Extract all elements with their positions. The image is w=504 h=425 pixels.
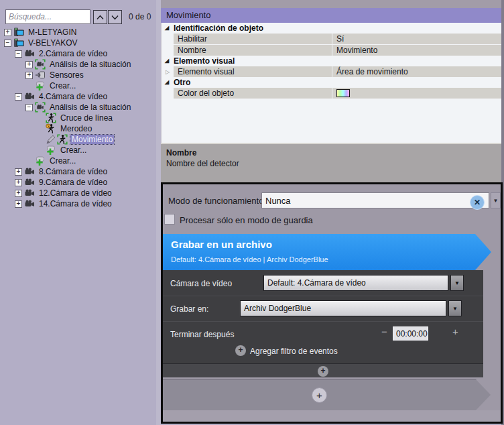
expander-icon[interactable]: + [15, 200, 22, 208]
tree-item-situation-analysis-2[interactable]: + Análisis de la situación [0, 59, 156, 70]
properties-title: Movimiento [161, 8, 501, 23]
tree-item-sensors[interactable]: + Sensores [0, 70, 156, 80]
camera-field-label: Cámara de vídeo [170, 279, 232, 288]
tree-item-label: Cruce de línea [59, 113, 114, 123]
search-prev-button[interactable] [93, 10, 107, 24]
tree-item-camera-4[interactable]: − 4.Cámara de vídeo [0, 91, 156, 102]
tree-item-create-analysis[interactable]: Crear... [0, 145, 156, 156]
tree-item-host-m-letyagin[interactable]: + M-LETYAGIN [0, 27, 156, 38]
top-strip [161, 0, 504, 8]
group-collapse-icon[interactable]: ◢ [165, 25, 174, 31]
plus-icon[interactable]: + [312, 387, 327, 403]
expander-icon[interactable]: − [4, 40, 11, 47]
operation-mode-select[interactable]: Nunca [261, 192, 489, 208]
dropdown-arrow-icon[interactable]: ▼ [448, 300, 462, 316]
add-filter-icon[interactable]: + [235, 345, 246, 356]
property-value[interactable]: Sí [332, 34, 501, 44]
tree-item-loitering[interactable]: Merodeo [0, 123, 156, 134]
guard-mode-checkbox[interactable] [164, 214, 175, 225]
camera-select[interactable]: Default: 4.Cámara de vídeo [263, 275, 448, 291]
action-settings: Cámara de vídeo Default: 4.Cámara de víd… [163, 270, 483, 363]
pencil-icon [46, 134, 56, 145]
minus-icon[interactable]: − [381, 326, 387, 337]
property-value[interactable]: Área de movimiento [332, 66, 501, 77]
tree-item-label: V-BELYAKOV [27, 38, 79, 48]
tree-item-camera-8[interactable]: + 8.Cámara de vídeo [0, 166, 156, 177]
search-counter: 0 de 0 [129, 12, 151, 21]
dropdown-arrow-icon[interactable]: ▼ [491, 192, 501, 208]
camera-icon [24, 188, 35, 198]
action-header[interactable]: Grabar en un archivo Default: 4.Cámara d… [163, 234, 491, 270]
plus-icon[interactable]: + [318, 366, 328, 377]
expander-icon[interactable]: + [15, 168, 22, 176]
tree-item-create-4[interactable]: Crear... [0, 156, 156, 166]
operation-mode-label: Modo de funcionamiento [168, 196, 263, 206]
group-collapse-icon[interactable]: ◢ [165, 58, 174, 64]
property-grid: ◢ Identificación de objeto Habilitar Sí … [161, 23, 501, 143]
expander-icon[interactable]: + [4, 29, 11, 36]
property-value[interactable] [332, 88, 501, 99]
property-row-object-color[interactable]: Color del objeto [162, 88, 501, 99]
tree-item-label: 8.Cámara de vídeo [38, 167, 109, 176]
panel-divider [156, 0, 161, 425]
add-action-band[interactable]: + [163, 379, 491, 410]
property-name: Nombre [174, 45, 332, 56]
tree-item-line-crossing[interactable]: Cruce de línea [0, 113, 156, 123]
close-icon[interactable]: ✕ [470, 195, 485, 210]
tree-item-label: M-LETYAGIN [27, 27, 78, 37]
group-object-identification[interactable]: ◢ Identificación de objeto [162, 23, 501, 33]
camera-icon [24, 166, 35, 177]
macro-action-panel: Modo de funcionamiento Nunca ▼ Procesar … [161, 182, 503, 424]
expander-icon[interactable]: − [25, 104, 33, 111]
tree-item-label: Crear... [48, 81, 77, 90]
duration-input[interactable] [393, 326, 428, 341]
loitering-icon [46, 123, 56, 134]
record-to-label: Grabar en: [170, 304, 208, 314]
tree-item-camera-2[interactable]: − 2.Cámara de vídeo [0, 48, 156, 59]
property-name: Habilitar [174, 34, 332, 44]
tree-item-label: Crear... [59, 145, 88, 155]
group-collapse-icon[interactable]: ◢ [165, 79, 174, 85]
expander-icon[interactable]: + [15, 179, 22, 186]
property-row-enable[interactable]: Habilitar Sí [162, 34, 501, 44]
tree-item-label: Merodeo [59, 124, 93, 133]
action-subtitle: Default: 4.Cámara de vídeo | Archiv Dodg… [171, 255, 328, 263]
expander-icon[interactable]: + [25, 72, 33, 79]
line-crossing-icon [46, 113, 56, 123]
property-value[interactable]: Movimiento [332, 45, 501, 56]
expander-icon[interactable]: − [15, 50, 22, 58]
tree-item-host-v-belyakov[interactable]: − V-BELYAKOV [0, 38, 156, 48]
device-tree-panel: 0 de 0 + M-LETYAGIN − V-BELYAKOV − 2.Cám… [0, 0, 156, 425]
archive-select[interactable]: Archiv DodgerBlue [240, 300, 446, 316]
group-visual-element[interactable]: ◢ Elemento visual [162, 56, 501, 66]
plus-icon[interactable]: + [452, 326, 458, 337]
dropdown-arrow-icon[interactable]: ▼ [450, 275, 464, 291]
create-icon [35, 156, 46, 166]
color-swatch[interactable] [336, 89, 350, 97]
expander-icon[interactable]: + [15, 190, 22, 197]
tree-item-camera-14[interactable]: + 14.Cámara de vídeo [0, 198, 156, 209]
property-row-visual-element[interactable]: ▷ Elemento visual Área de movimiento [162, 66, 501, 77]
search-input[interactable] [5, 9, 90, 24]
add-action-bar[interactable]: + [163, 363, 483, 377]
property-name: Color del objeto [174, 88, 332, 99]
tree-item-camera-9[interactable]: + 9.Cámara de vídeo [0, 177, 156, 188]
chevron-down-icon [111, 15, 119, 20]
tree-item-situation-analysis-4[interactable]: − Análisis de la situación [0, 102, 156, 113]
row-expand-icon[interactable]: ▷ [162, 66, 174, 77]
group-label: Otro [174, 78, 190, 87]
expander-icon[interactable]: + [25, 61, 33, 68]
create-icon [35, 80, 46, 91]
description-text: Nombre del detector [166, 159, 496, 168]
tree-item-create-2[interactable]: Crear... [0, 80, 156, 91]
property-description: Nombre Nombre del detector [161, 143, 501, 182]
property-row-name[interactable]: Nombre Movimiento [162, 45, 501, 56]
expander-icon[interactable]: − [15, 93, 22, 101]
search-next-button[interactable] [108, 10, 122, 24]
tree-item-camera-12[interactable]: + 12.Cámara de vídeo [0, 188, 156, 198]
tree-item-motion[interactable]: Movimiento [0, 134, 156, 145]
add-event-filter-button[interactable]: Agregar filtro de eventos [250, 347, 338, 356]
host-icon [13, 27, 24, 38]
group-other[interactable]: ◢ Otro [162, 77, 501, 87]
device-tree: + M-LETYAGIN − V-BELYAKOV − 2.Cámara de … [0, 27, 156, 209]
